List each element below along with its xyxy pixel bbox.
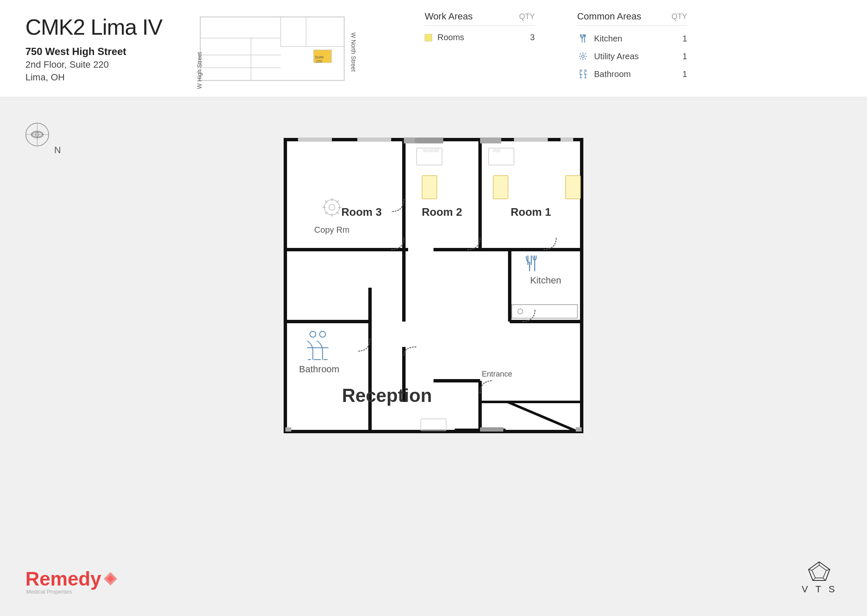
remedy-logo-text: Remedy [25,567,101,590]
svg-text:220: 220 [316,59,322,63]
svg-rect-46 [298,138,332,142]
svg-rect-86 [576,427,582,432]
common-areas-title: Common Areas [577,11,641,22]
work-areas-row-rooms: Rooms 3 [425,33,535,42]
svg-rect-53 [428,149,434,152]
svg-rect-48 [514,138,548,142]
property-info: CMK2 Lima IV 750 West High Street 2nd Fl… [25,14,162,83]
svg-text:Suite: Suite [315,55,324,59]
property-address-bold: 750 West High Street [25,46,162,58]
property-address-line2: Lima, OH [25,72,162,83]
header: CMK2 Lima IV 750 West High Street 2nd Fl… [0,0,867,97]
svg-text:Room 1: Room 1 [511,206,551,218]
svg-text:Copy Rm: Copy Rm [314,225,349,234]
common-areas-qty-label: QTY [671,12,687,21]
property-address-line1: 2nd Floor, Suite 220 [25,59,162,70]
svg-rect-55 [422,176,437,199]
vts-diamond-icon [808,561,831,582]
svg-text:Kitchen: Kitchen [530,275,561,286]
remedy-logo-sub: Medical Properties [25,588,118,595]
svg-text:Room 3: Room 3 [341,206,381,218]
street-label-left: W High Street [196,52,203,89]
common-areas-table: Common Areas QTY Kitchen 1 [577,11,687,86]
compass [25,122,50,147]
common-area-label-utility: Utility Areas [594,52,669,61]
vts-label: V T S [802,584,837,595]
svg-rect-57 [493,149,500,152]
common-area-row-kitchen: Kitchen 1 [577,33,687,44]
compass-n-label: N [54,145,61,156]
svg-text:Room 2: Room 2 [422,206,462,218]
common-area-label-bathroom: Bathroom [594,69,669,79]
svg-point-19 [585,70,586,72]
work-areas-title: Work Areas [425,11,472,22]
work-areas-qty-label: QTY [519,12,535,21]
svg-rect-59 [566,176,580,199]
common-area-qty-utility: 1 [674,52,687,61]
svg-rect-47 [357,138,391,142]
room-color-icon [425,34,432,41]
svg-rect-0 [200,17,344,80]
mini-map: W High Street Suite 220 W North Street [196,13,357,85]
person-icon [577,68,589,80]
svg-text:Reception: Reception [342,385,432,406]
svg-rect-49 [561,138,573,142]
svg-rect-58 [493,176,508,199]
svg-rect-95 [415,138,439,143]
remedy-diamond-icon [103,571,118,586]
svg-rect-85 [285,427,291,432]
work-area-label-rooms: Rooms [437,33,517,42]
svg-rect-45 [480,138,501,143]
svg-rect-84 [480,427,503,432]
svg-rect-54 [434,149,439,152]
svg-text:Entrance: Entrance [482,370,512,378]
work-areas-table: Work Areas QTY Rooms 3 [425,11,535,86]
common-area-label-kitchen: Kitchen [594,34,669,44]
svg-rect-52 [423,149,428,152]
common-area-qty-bathroom: 1 [674,69,687,79]
gear-icon [577,50,589,62]
svg-rect-10 [323,51,331,63]
svg-point-18 [580,70,582,72]
common-area-row-utility: Utility Areas 1 [577,50,687,62]
mini-map-svg: Suite 220 [196,13,357,85]
fork-knife-icon [577,33,589,44]
street-label-right: W North Street [350,32,357,72]
common-area-qty-kitchen: 1 [674,34,687,44]
svg-point-17 [582,55,584,58]
svg-marker-100 [812,565,826,578]
vts-logo: V T S [802,561,837,595]
property-title: CMK2 Lima IV [25,14,162,40]
remedy-logo: Remedy Medical Properties [25,567,118,595]
work-area-qty-rooms: 3 [522,33,535,42]
floorplan-section: N [0,97,867,616]
svg-text:Bathroom: Bathroom [299,364,339,374]
common-area-row-bathroom: Bathroom 1 [577,68,687,80]
floorplan-svg: Room 1 Room 2 Room 3 Copy Rm Kitchen Bat… [273,131,594,444]
area-tables: Work Areas QTY Rooms 3 Common Areas QTY [425,11,842,86]
